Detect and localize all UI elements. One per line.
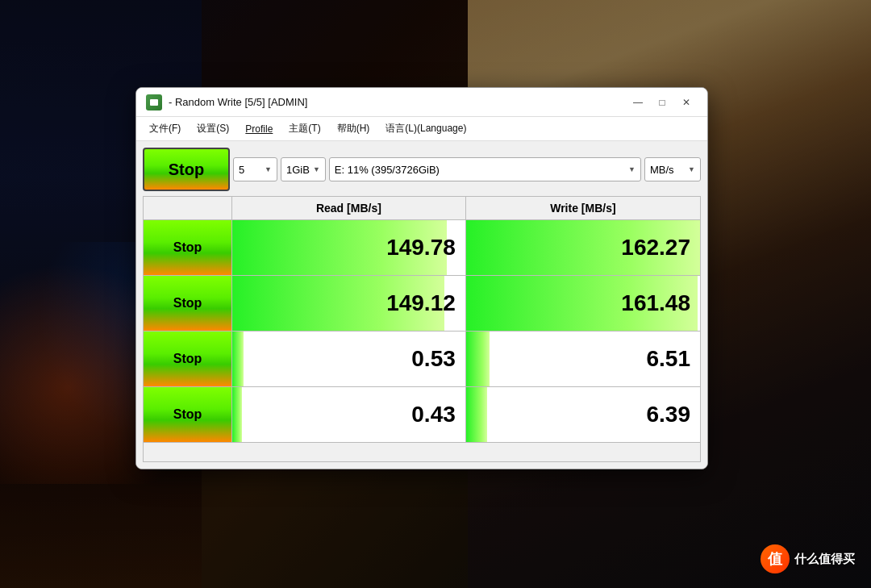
write-cell-1: 161.48	[465, 276, 700, 332]
read-value-0: 149.78	[232, 220, 465, 275]
count-dropdown[interactable]: 5 ▼	[233, 157, 277, 181]
read-value-2: 0.53	[232, 332, 465, 386]
menu-language[interactable]: 语言(L)(Language)	[379, 119, 473, 138]
write-cell-0: 162.27	[465, 220, 700, 276]
window-controls: — □ ✕	[627, 94, 698, 111]
write-cell-3: 6.39	[465, 387, 700, 443]
btn-cell-3: Stop	[144, 387, 232, 443]
stop-button-2[interactable]: Stop	[144, 332, 231, 386]
write-value-1: 161.48	[466, 276, 700, 331]
read-value-1: 149.12	[232, 276, 465, 331]
btn-cell-2: Stop	[144, 332, 232, 387]
stop-button-3[interactable]: Stop	[144, 387, 231, 442]
menu-settings[interactable]: 设置(S)	[190, 119, 235, 138]
disk-value: E: 11% (395/3726GiB)	[335, 164, 440, 176]
table-row: Stop0.536.51	[144, 332, 701, 387]
disk-dropdown[interactable]: E: 11% (395/3726GiB) ▼	[329, 157, 641, 181]
count-arrow-icon: ▼	[265, 165, 272, 173]
disk-arrow-icon: ▼	[628, 165, 636, 173]
watermark: 值 什么值得买	[761, 544, 855, 573]
status-bar	[143, 443, 701, 462]
col-header-write: Write [MB/s]	[465, 197, 700, 220]
app-window: - Random Write [5/5] [ADMIN] — □ ✕ 文件(F)…	[135, 87, 708, 469]
window-title: - Random Write [5/5] [ADMIN]	[169, 96, 627, 108]
menu-theme[interactable]: 主题(T)	[282, 119, 327, 138]
content-area: Stop 5 ▼ 1GiB ▼ E: 11% (395/3726GiB) ▼ M…	[136, 141, 707, 469]
app-icon	[146, 94, 162, 111]
size-arrow-icon: ▼	[313, 165, 320, 173]
size-dropdown[interactable]: 1GiB ▼	[281, 157, 326, 181]
table-row: Stop0.436.39	[144, 387, 701, 443]
close-button[interactable]: ✕	[675, 94, 698, 111]
btn-cell-0: Stop	[144, 220, 232, 276]
size-value: 1GiB	[286, 164, 310, 176]
write-cell-2: 6.51	[465, 332, 700, 387]
write-value-3: 6.39	[466, 387, 700, 442]
watermark-site: 什么值得买	[794, 552, 855, 567]
stop-button-0[interactable]: Stop	[144, 220, 231, 275]
menu-help[interactable]: 帮助(H)	[331, 119, 377, 138]
col-header-btn	[144, 197, 232, 220]
write-value-0: 162.27	[466, 220, 700, 275]
menu-file[interactable]: 文件(F)	[143, 119, 187, 138]
maximize-button[interactable]: □	[651, 94, 673, 111]
table-row: Stop149.12161.48	[144, 276, 701, 332]
btn-cell-1: Stop	[144, 276, 232, 332]
unit-arrow-icon: ▼	[688, 165, 695, 173]
title-bar: - Random Write [5/5] [ADMIN] — □ ✕	[136, 88, 707, 117]
minimize-button[interactable]: —	[627, 94, 649, 111]
unit-dropdown[interactable]: MB/s ▼	[644, 157, 701, 181]
col-header-read: Read [MB/s]	[232, 197, 466, 220]
menu-bar: 文件(F) 设置(S) Profile 主题(T) 帮助(H) 语言(L)(La…	[136, 117, 707, 141]
benchmark-table: Read [MB/s] Write [MB/s] Stop149.78162.2…	[143, 196, 701, 443]
stop-button-1[interactable]: Stop	[144, 276, 231, 331]
main-stop-button[interactable]: Stop	[143, 148, 230, 191]
controls-row: Stop 5 ▼ 1GiB ▼ E: 11% (395/3726GiB) ▼ M…	[143, 148, 701, 191]
menu-profile[interactable]: Profile	[239, 121, 279, 137]
read-cell-3: 0.43	[232, 387, 466, 443]
read-value-3: 0.43	[232, 387, 465, 442]
watermark-logo: 值	[761, 544, 790, 573]
unit-value: MB/s	[650, 164, 674, 176]
write-value-2: 6.51	[466, 332, 700, 386]
count-value: 5	[239, 164, 244, 176]
read-cell-1: 149.12	[232, 276, 466, 332]
read-cell-0: 149.78	[232, 220, 466, 276]
table-row: Stop149.78162.27	[144, 220, 701, 276]
read-cell-2: 0.53	[232, 332, 466, 387]
watermark-logo-text: 值	[768, 549, 782, 569]
